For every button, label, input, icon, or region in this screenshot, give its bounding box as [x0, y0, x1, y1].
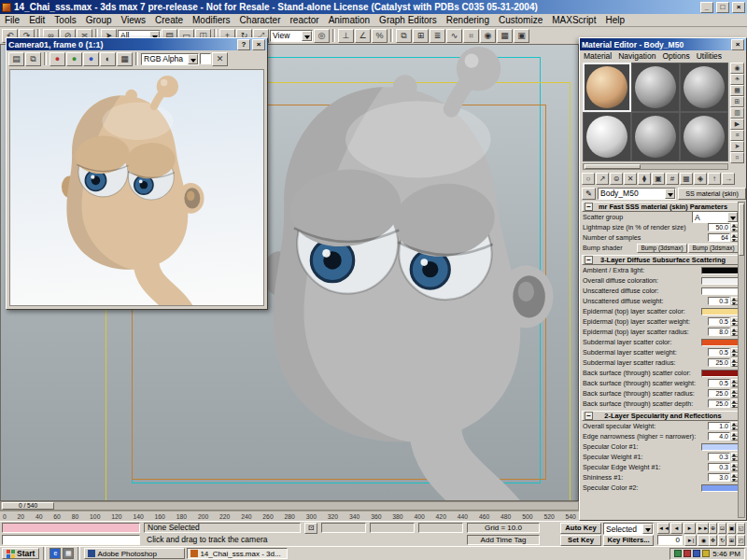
material-sample-slot-4[interactable] — [583, 112, 631, 161]
current-frame-field[interactable]: 0 — [657, 535, 683, 545]
display-alpha-channel-button[interactable]: ▦ — [117, 52, 133, 66]
maximize-button[interactable]: □ — [716, 2, 729, 13]
material-menu-navigation[interactable]: Navigation — [618, 51, 655, 61]
render-scene-button[interactable]: ▦ — [497, 29, 513, 43]
material-id-channel-button[interactable]: # — [666, 173, 679, 185]
key-filters-button[interactable]: Key Filters... — [603, 535, 654, 546]
collapse-icon[interactable]: − — [585, 412, 593, 420]
scrollbar-thumb[interactable] — [739, 203, 744, 256]
coordinate-z-field[interactable] — [418, 523, 463, 533]
collapse-icon[interactable]: − — [585, 256, 593, 264]
param-value-field[interactable]: 25.0 — [708, 399, 730, 408]
sample-uv-tiling-button[interactable]: ⊞ — [730, 96, 744, 107]
arc-rotate-button[interactable]: ↻ — [718, 535, 726, 546]
video-color-check-button[interactable]: ▥ — [730, 107, 744, 119]
align-button[interactable]: ⊞ — [413, 29, 429, 43]
render-window-title-bar[interactable]: Camera01, frame 0 (1:1) ? × — [7, 38, 267, 50]
material-editor-options-button[interactable]: ≡ — [730, 130, 744, 141]
background-button[interactable]: ▦ — [730, 85, 744, 96]
coordinate-y-field[interactable] — [370, 523, 415, 533]
menu-modifiers[interactable]: Modifiers — [188, 15, 235, 25]
sample-type-button[interactable]: ◉ — [730, 63, 744, 74]
material-editor-panel[interactable]: Material Editor - Body_M50 × MaterialNav… — [579, 37, 747, 521]
previous-frame-button[interactable]: ◄ — [670, 523, 683, 534]
material-editor-close-button[interactable]: × — [731, 39, 744, 50]
color-swatch[interactable] — [701, 370, 739, 377]
param-value-field[interactable]: 64 — [708, 233, 730, 242]
menu-tools[interactable]: Tools — [49, 15, 80, 25]
material-editor-scrollbar[interactable] — [738, 202, 745, 518]
color-swatch[interactable] — [701, 484, 739, 492]
rendered-frame-window[interactable]: Camera01, frame 0 (1:1) ? × ▤⧉●●●◐▦RGB A… — [6, 37, 268, 310]
quicklaunch-browser-icon[interactable]: e — [49, 548, 61, 559]
material-sample-slot-6[interactable] — [680, 112, 728, 161]
material-name-dropdown-button[interactable] — [665, 189, 675, 199]
close-button[interactable]: × — [732, 2, 745, 13]
menu-customize[interactable]: Customize — [494, 15, 547, 25]
zoom-extents-button[interactable]: ▣ — [727, 523, 736, 534]
put-to-library-button[interactable]: ▣ — [652, 173, 665, 185]
color-swatch[interactable] — [701, 339, 739, 346]
select-by-material-button[interactable]: ➤ — [730, 141, 744, 152]
menu-create[interactable]: Create — [150, 15, 188, 25]
param-value-field[interactable]: 25.0 — [708, 358, 730, 367]
maxscript-mini-listener-input[interactable] — [2, 535, 140, 545]
param-value-field[interactable]: 0.3 — [708, 297, 730, 305]
material-menu-options[interactable]: Options — [662, 51, 689, 61]
get-material-button[interactable]: ○ — [582, 173, 595, 185]
param-value-field[interactable]: 0.5 — [708, 379, 730, 387]
menu-graph-editors[interactable]: Graph Editors — [374, 15, 442, 25]
put-material-to-scene-button[interactable]: ↗ — [596, 173, 609, 185]
menu-group[interactable]: Group — [81, 15, 117, 25]
enable-green-channel-button[interactable]: ● — [66, 52, 82, 66]
menu-reactor[interactable]: reactor — [286, 15, 324, 25]
rollout-header[interactable]: −2-Layer Specularity and Reflections — [582, 411, 740, 421]
min-max-toggle-button[interactable]: ⊞ — [727, 535, 736, 546]
use-pivot-point-center-button[interactable]: ◎ — [314, 29, 330, 43]
scatter-group-select-dropdown-button[interactable] — [727, 212, 738, 222]
auto-key-button[interactable]: Auto Key — [560, 523, 601, 534]
minimize-button[interactable]: _ — [700, 2, 713, 13]
material-menu-material[interactable]: Material — [584, 51, 612, 61]
clear-image-button[interactable]: ✕ — [212, 52, 228, 66]
param-value-field[interactable]: 0.3 — [708, 463, 730, 471]
reference-coordinate-system-select-dropdown-button[interactable] — [302, 31, 312, 41]
time-slider[interactable]: 0 / 540 — [0, 501, 579, 511]
set-key-button[interactable]: Set Key — [560, 535, 601, 546]
backlight-button[interactable]: ☀ — [730, 74, 744, 85]
show-end-result-button[interactable]: ◈ — [694, 173, 707, 185]
channel-display-select-dropdown-button[interactable] — [188, 54, 198, 64]
save-image-button[interactable]: ▤ — [8, 52, 24, 66]
param-value-field[interactable]: 0.3 — [708, 453, 730, 461]
pan-view-button[interactable]: ✥ — [709, 535, 717, 546]
pick-material-from-object-button[interactable]: ✎ — [582, 188, 596, 200]
layer-manager-button[interactable]: ≣ — [430, 29, 445, 43]
selection-lock-toggle[interactable]: ⊡ — [304, 523, 317, 534]
menu-edit[interactable]: Edit — [24, 15, 49, 25]
maxscript-mini-listener[interactable] — [2, 523, 140, 533]
snap-toggle-button[interactable]: ⊥ — [338, 29, 354, 43]
mirror-button[interactable]: ⧉ — [396, 29, 412, 43]
material-sample-slot-2[interactable] — [631, 63, 680, 112]
schematic-view-button[interactable]: ⌗ — [463, 29, 479, 43]
scrollbar-thumb[interactable] — [585, 164, 641, 169]
menu-file[interactable]: File — [0, 15, 24, 25]
zoom-all-button[interactable]: ⊡ — [718, 523, 726, 534]
param-value-field[interactable]: 1.0 — [708, 422, 730, 430]
title-bar[interactable]: 14_Chai_sss.max - 3ds max 7 pre-release … — [0, 0, 747, 14]
collapse-icon[interactable]: − — [585, 203, 593, 211]
menu-help[interactable]: Help — [600, 15, 629, 25]
background-color-swatch[interactable] — [200, 53, 211, 64]
param-value-field[interactable]: 8.0 — [708, 328, 730, 336]
render-window-help-button[interactable]: ? — [237, 39, 250, 50]
param-value-field[interactable]: 0.5 — [708, 317, 730, 326]
go-to-end-button[interactable]: ►| — [684, 535, 697, 546]
key-filter-selected-select[interactable]: Selected — [603, 523, 654, 535]
enable-blue-channel-button[interactable]: ● — [83, 52, 99, 66]
color-swatch[interactable] — [701, 308, 739, 315]
go-to-start-button[interactable]: ◄◄ — [657, 523, 669, 534]
time-slider-handle[interactable]: 0 / 540 — [2, 502, 54, 510]
assign-material-to-selection-button[interactable]: ⊜ — [610, 173, 623, 185]
monochrome-toggle-button[interactable]: ◐ — [100, 52, 116, 66]
quicklaunch-desktop-icon[interactable]: ▦ — [63, 548, 74, 559]
